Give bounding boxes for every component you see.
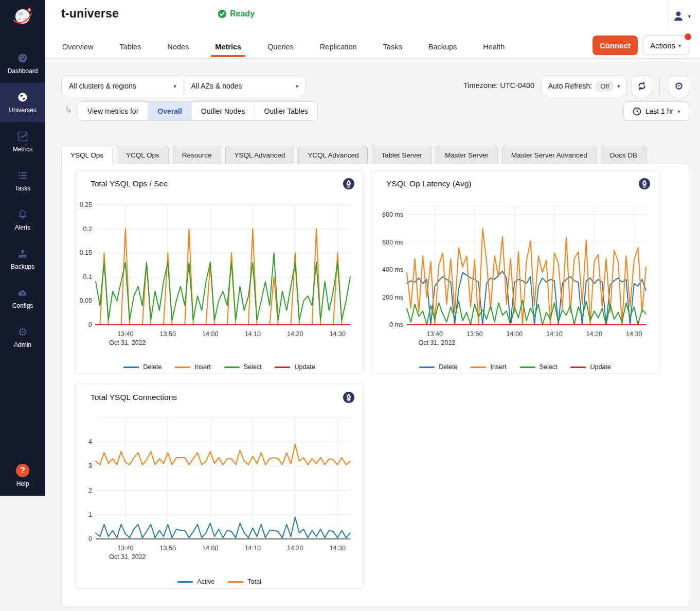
nav-tab-replication[interactable]: Replication: [319, 37, 358, 57]
chart-legend: DeleteInsertSelectUpdate: [76, 363, 363, 371]
chart-title: YSQL Op Latency (Avg): [386, 179, 471, 188]
legend-item-delete[interactable]: Delete: [123, 363, 161, 371]
chevron-down-icon: ▾: [678, 43, 681, 48]
connect-button[interactable]: Connect: [593, 36, 638, 55]
upload-icon: [17, 248, 28, 259]
legend-item-update[interactable]: Update: [570, 363, 611, 371]
legend-item-total[interactable]: Total: [228, 578, 261, 585]
view-metrics-label: View metrics for: [78, 102, 148, 120]
sidebar-item-help[interactable]: ? Help: [0, 458, 45, 494]
legend-label: Insert: [490, 363, 506, 371]
svg-text:Oct 31, 2022: Oct 31, 2022: [418, 339, 455, 346]
chart-legend: ActiveTotal: [76, 578, 363, 585]
app-root: Dashboard Universes Metrics Tasks Alerts: [0, 0, 700, 611]
prometheus-icon[interactable]: [638, 178, 651, 190]
settings-button[interactable]: ⚙: [669, 76, 689, 96]
legend-item-select[interactable]: Select: [520, 363, 558, 371]
tab-ysql-advanced[interactable]: YSQL Advanced: [225, 146, 295, 164]
question-icon: ?: [16, 464, 29, 477]
chart-card-total-ysql-ops: Total YSQL Ops / Sec 13:40Oct 31, 202213…: [75, 170, 364, 374]
legend-line-swatch: [175, 366, 190, 368]
prometheus-icon[interactable]: [343, 391, 355, 404]
legend-label: Update: [294, 363, 315, 371]
refresh-button[interactable]: [632, 76, 652, 96]
svg-text:14:30: 14:30: [330, 545, 346, 552]
sidebar-item-label: Metrics: [13, 146, 33, 153]
svg-text:14:30: 14:30: [626, 330, 642, 338]
tab-tablet-server[interactable]: Tablet Server: [372, 146, 432, 164]
auto-refresh-value: Off: [596, 81, 614, 92]
view-metrics-segmented-control: View metrics for Overall Outlier Nodes O…: [78, 101, 318, 121]
cluster-region-dropdown[interactable]: All clusters & regions▾: [62, 76, 184, 96]
svg-text:0.25: 0.25: [80, 201, 92, 208]
clock-icon: [633, 107, 641, 116]
legend-label: Active: [197, 578, 214, 585]
svg-text:14:20: 14:20: [287, 545, 303, 552]
list-icon: [17, 170, 28, 181]
svg-text:600 ms: 600 ms: [382, 239, 403, 246]
sidebar-item-admin[interactable]: ⚙ Admin: [0, 318, 45, 357]
nav-tab-backups[interactable]: Backups: [427, 37, 458, 57]
legend-line-swatch: [570, 366, 586, 368]
tab-ycql-ops[interactable]: YCQL Ops: [117, 146, 169, 164]
legend-item-insert[interactable]: Insert: [175, 363, 210, 371]
sidebar-item-dashboard[interactable]: Dashboard: [0, 44, 45, 83]
sidebar-item-configs[interactable]: Configs: [0, 278, 45, 318]
segment-outlier-nodes[interactable]: Outlier Nodes: [191, 102, 255, 120]
cloud-upload-icon: [17, 287, 28, 299]
auto-refresh-dropdown[interactable]: Auto Refresh: Off ▾: [542, 76, 626, 96]
tab-ycql-advanced[interactable]: YCQL Advanced: [298, 146, 368, 164]
nav-tab-overview[interactable]: Overview: [61, 37, 94, 57]
nav-tab-metrics[interactable]: Metrics: [214, 37, 242, 57]
sidebar-item-backups[interactable]: Backups: [0, 239, 45, 278]
legend-line-swatch: [228, 581, 243, 583]
legend-item-insert[interactable]: Insert: [471, 363, 506, 371]
prometheus-icon[interactable]: [343, 178, 355, 190]
tab-master-server[interactable]: Master Server: [436, 146, 498, 164]
legend-item-update[interactable]: Update: [275, 363, 315, 371]
tab-master-server-advanced[interactable]: Master Server Advanced: [502, 146, 597, 164]
tab-resource[interactable]: Resource: [173, 146, 221, 164]
nav-tab-queries[interactable]: Queries: [266, 37, 295, 57]
sidebar-item-metrics[interactable]: Metrics: [0, 122, 45, 161]
sidebar-item-label: Universes: [9, 107, 36, 114]
legend-item-select[interactable]: Select: [224, 363, 262, 371]
svg-text:14:10: 14:10: [546, 330, 562, 338]
time-range-dropdown[interactable]: Last 1 hr ▾: [623, 101, 689, 121]
segment-overall[interactable]: Overall: [148, 102, 191, 120]
legend-label: Total: [247, 578, 261, 585]
nav-tab-tables[interactable]: Tables: [118, 37, 142, 57]
svg-text:0.2: 0.2: [83, 225, 92, 233]
svg-text:400 ms: 400 ms: [382, 266, 403, 273]
yugabyte-logo-icon[interactable]: [10, 3, 35, 28]
svg-text:13:50: 13:50: [466, 330, 482, 338]
bell-icon: [17, 209, 28, 220]
sidebar-item-universes[interactable]: Universes: [0, 83, 45, 122]
chart-card-total-ysql-connections: Total YSQL Connections 13:40Oct 31, 2022…: [75, 383, 364, 589]
nav-tab-health[interactable]: Health: [482, 37, 506, 57]
nav-tab-tasks[interactable]: Tasks: [382, 37, 403, 57]
chart-canvas: 13:40Oct 31, 202213:5014:0014:1014:2014:…: [79, 408, 361, 569]
sidebar-item-alerts[interactable]: Alerts: [0, 200, 45, 239]
nav-tab-nodes[interactable]: Nodes: [166, 37, 190, 57]
user-menu[interactable]: ▾: [672, 9, 691, 23]
sidebar-item-tasks[interactable]: Tasks: [0, 161, 45, 200]
tab-docs-db[interactable]: Docs DB: [601, 146, 647, 164]
svg-text:14:20: 14:20: [287, 330, 303, 338]
actions-button[interactable]: Actions▾: [642, 36, 689, 55]
chevron-down-icon: ▾: [677, 109, 680, 114]
sidebar: Dashboard Universes Metrics Tasks Alerts: [0, 0, 45, 496]
legend-item-active[interactable]: Active: [177, 578, 214, 585]
legend-line-swatch: [520, 366, 535, 368]
svg-text:14:00: 14:00: [202, 545, 218, 552]
legend-item-delete[interactable]: Delete: [419, 363, 457, 371]
az-node-dropdown[interactable]: All AZs & nodes▾: [184, 76, 306, 96]
tab-ysql-ops[interactable]: YSQL Ops: [61, 146, 113, 164]
header-divider: [668, 0, 668, 29]
chart-title: Total YSQL Connections: [91, 393, 177, 402]
legend-line-swatch: [275, 366, 290, 368]
segment-outlier-tables[interactable]: Outlier Tables: [254, 102, 317, 120]
chart-card-ysql-op-latency: YSQL Op Latency (Avg) 13:40Oct 31, 20221…: [371, 170, 659, 374]
sidebar-item-label: Dashboard: [8, 67, 38, 75]
legend-line-swatch: [177, 581, 193, 583]
